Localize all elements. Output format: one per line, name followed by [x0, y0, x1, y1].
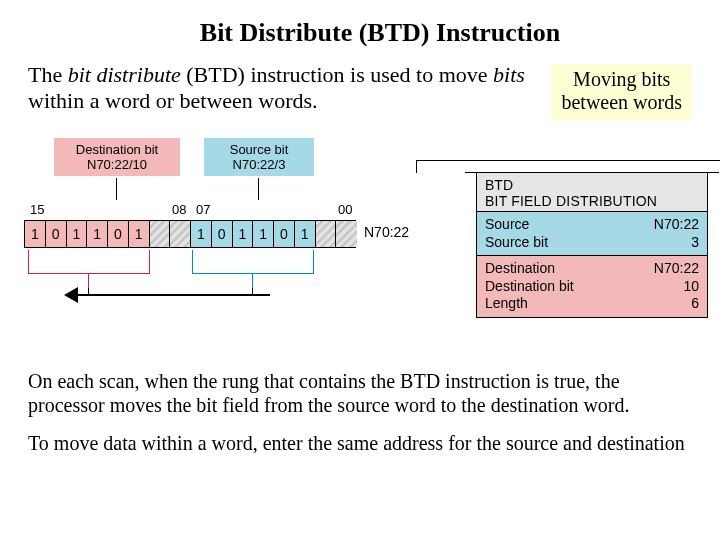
instruction-block: BTD BIT FIELD DISTRIBUTION Source N70:22…: [436, 140, 708, 318]
leader-dest: [116, 178, 117, 200]
param-source-bit-label: Source bit: [485, 234, 548, 252]
word-label: N70:22: [364, 224, 409, 240]
page-title: Bit Distribute (BTD) Instruction: [28, 18, 692, 48]
paragraph-scan: On each scan, when the rung that contain…: [28, 369, 692, 417]
caption-line1: Moving bits: [561, 68, 682, 91]
param-destination-bit-label: Destination bit: [485, 278, 574, 296]
param-source-bit: Source bit 3: [485, 234, 699, 252]
param-length-label: Length: [485, 295, 528, 313]
source-tag-label: Source bit: [210, 142, 308, 157]
caption-box: Moving bits between words: [551, 64, 692, 120]
scale-08: 08: [172, 202, 186, 217]
word-diagram: Destination bit N70:22/10 Source bit N70…: [24, 138, 384, 248]
param-destination: Destination N70:22: [485, 260, 699, 278]
intro-em1: bit distribute: [68, 62, 181, 87]
move-arrow-shaft: [74, 294, 270, 296]
param-source-bit-value: 3: [691, 234, 699, 252]
param-source-label: Source: [485, 216, 529, 234]
scale-00: 00: [338, 202, 352, 217]
source-tag-addr: N70:22/3: [210, 157, 308, 172]
scale-15: 15: [30, 202, 44, 217]
tag-boxes: Destination bit N70:22/10 Source bit N70…: [24, 138, 384, 178]
instr-stub-right: [707, 172, 719, 173]
param-destination-bit: Destination bit 10: [485, 278, 699, 296]
intro-paragraph: The bit distribute (BTD) instruction is …: [28, 62, 535, 115]
scale-07: 07: [196, 202, 210, 217]
bracket-dest: [28, 250, 150, 274]
leader-src: [258, 178, 259, 200]
instruction-header: BTD BIT FIELD DISTRIBUTION: [477, 173, 707, 211]
bit-04: 1: [253, 221, 274, 247]
instr-stub-left: [465, 172, 477, 173]
bit-14: 0: [46, 221, 67, 247]
diagram-area: Destination bit N70:22/10 Source bit N70…: [28, 138, 692, 363]
instr-fullname: BIT FIELD DISTRIBUTION: [485, 193, 699, 209]
intro-pre: The: [28, 62, 68, 87]
intro-post: within a word or between words.: [28, 88, 318, 113]
destination-tag-label: Destination bit: [60, 142, 174, 157]
destination-tag: Destination bit N70:22/10: [54, 138, 180, 176]
move-arrow-head-icon: [64, 287, 78, 303]
ladder-rung: [416, 160, 720, 161]
bit-13: 1: [67, 221, 88, 247]
bit-12: 1: [87, 221, 108, 247]
param-source-value: N70:22: [654, 216, 699, 234]
bracket-stem-src: [252, 274, 253, 288]
bit-07: 1: [191, 221, 212, 247]
instruction-box: BTD BIT FIELD DISTRIBUTION Source N70:22…: [476, 172, 708, 318]
intro-em2: bits: [493, 62, 525, 87]
bit-15: 1: [25, 221, 46, 247]
destination-tag-addr: N70:22/10: [60, 157, 174, 172]
param-length-value: 6: [691, 295, 699, 313]
instr-source-section: Source N70:22 Source bit 3: [477, 211, 707, 255]
top-row: The bit distribute (BTD) instruction is …: [28, 62, 692, 120]
caption-line2: between words: [561, 91, 682, 114]
bit-01: [316, 221, 337, 247]
param-length: Length 6: [485, 295, 699, 313]
param-destination-value: N70:22: [654, 260, 699, 278]
bit-06: 0: [212, 221, 233, 247]
param-destination-bit-value: 10: [683, 278, 699, 296]
bit-scale: 15 08 07 00: [24, 202, 384, 218]
bit-row: 1 0 1 1 0 1 1 0 1 1 0 1: [24, 220, 356, 248]
rung-drop-left: [416, 161, 417, 173]
bit-02: 1: [295, 221, 316, 247]
bit-03: 0: [274, 221, 295, 247]
bit-08: [170, 221, 191, 247]
bit-11: 0: [108, 221, 129, 247]
instr-dest-section: Destination N70:22 Destination bit 10 Le…: [477, 255, 707, 317]
bit-05: 1: [233, 221, 254, 247]
paragraph-within-word: To move data within a word, enter the sa…: [28, 431, 692, 455]
bit-00: [336, 221, 357, 247]
bit-09: [150, 221, 171, 247]
source-tag: Source bit N70:22/3: [204, 138, 314, 176]
param-source: Source N70:22: [485, 216, 699, 234]
param-destination-label: Destination: [485, 260, 555, 278]
instr-mnemonic: BTD: [485, 177, 699, 193]
bit-10: 1: [129, 221, 150, 247]
bracket-stem-dest: [88, 274, 89, 288]
intro-mid: (BTD) instruction is used to move: [181, 62, 493, 87]
bracket-src: [192, 250, 314, 274]
